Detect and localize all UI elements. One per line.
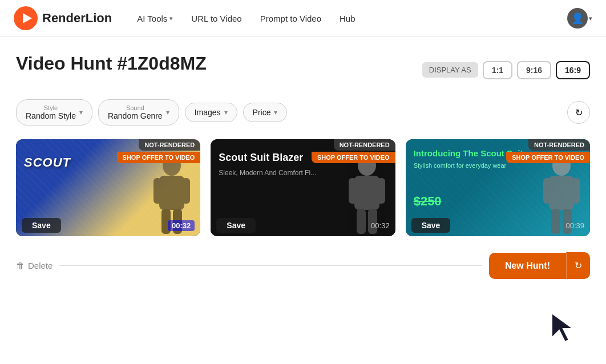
card2-not-rendered-badge: NOT-RENDERED — [334, 139, 395, 151]
cursor-arrow-icon — [549, 310, 577, 345]
sound-chevron-icon: ▾ — [166, 108, 169, 116]
new-hunt-refresh-button[interactable]: ↻ — [566, 252, 590, 279]
card1-bottom: Save 00:32 — [16, 215, 200, 236]
images-filter-label: Images — [195, 108, 221, 117]
video-cards-row: SCOUT NOT-RENDERED SHOP OFFER TO VIDEO S… — [16, 139, 590, 236]
bottom-actions-row: 🗑 Delete New Hunt! ↻ — [16, 252, 590, 279]
card1-shop-offer-badge: SHOP OFFER TO VIDEO — [117, 152, 201, 163]
user-chevron-icon: ▾ — [589, 15, 592, 22]
nav-label-prompt-to-video: Prompt to Video — [260, 14, 321, 23]
user-avatar-button[interactable]: 👤 — [567, 8, 588, 29]
svg-rect-11 — [377, 178, 385, 204]
card2-save-button[interactable]: Save — [216, 218, 256, 233]
logo-icon — [14, 6, 38, 30]
images-chevron-icon: ▾ — [224, 108, 228, 116]
style-chevron-icon: ▾ — [79, 108, 83, 116]
style-filter-button[interactable]: Style Random Style ▾ — [16, 99, 92, 126]
card3-subtitle: Stylish comfort for everyday wear — [414, 162, 507, 169]
cursor-overlay — [549, 310, 577, 347]
nav-label-ai-tools: AI Tools — [137, 14, 167, 23]
display-as-label: DISPLAY AS — [422, 62, 478, 78]
card2-title: Scout Suit Blazer — [219, 152, 303, 164]
refresh-filters-button[interactable]: ↻ — [567, 101, 590, 124]
nav-label-url-to-video: URL to Video — [191, 14, 241, 23]
display-as-controls: DISPLAY AS 1:1 9:16 16:9 — [422, 61, 590, 79]
card2-subtitle: Sleek, Modern And Comfort Fi... — [219, 169, 316, 177]
svg-rect-15 — [549, 176, 574, 210]
style-filter-label: Style — [26, 104, 76, 111]
svg-rect-17 — [572, 178, 580, 204]
images-filter-button[interactable]: Images ▾ — [185, 103, 237, 122]
svg-marker-20 — [552, 313, 573, 342]
nav-item-ai-tools[interactable]: AI Tools ▾ — [130, 10, 180, 27]
new-hunt-refresh-icon: ↻ — [575, 261, 582, 270]
price-filter-button[interactable]: Price ▾ — [243, 103, 288, 122]
ratio-9-16-button[interactable]: 9:16 — [517, 61, 551, 79]
price-chevron-icon: ▾ — [274, 108, 277, 116]
svg-rect-4 — [153, 178, 161, 204]
navbar: RenderLion AI Tools ▾ URL to Video Promp… — [0, 0, 606, 37]
title-row: Video Hunt #1Z0d8MZ DISPLAY AS 1:1 9:16 … — [16, 53, 590, 87]
svg-rect-5 — [182, 178, 190, 204]
sound-filter-label: Sound — [108, 104, 163, 111]
delete-divider-line — [59, 265, 482, 266]
card3-bottom: Save 00:39 — [406, 215, 590, 236]
nav-right: 👤 ▾ — [567, 8, 592, 29]
card2-duration: 00:32 — [371, 221, 390, 230]
delete-label: Delete — [28, 261, 52, 270]
sound-filter-value: Random Genre — [108, 111, 163, 120]
card3-shop-offer-badge: SHOP OFFER TO VIDEO — [506, 152, 590, 163]
card1-scout-text: SCOUT — [24, 155, 71, 170]
page-title: Video Hunt #1Z0d8MZ — [16, 53, 207, 74]
card3-save-button[interactable]: Save — [411, 218, 451, 233]
price-filter-label: Price — [253, 108, 271, 117]
ratio-16-9-button[interactable]: 16:9 — [556, 61, 590, 79]
user-icon: 👤 — [571, 12, 584, 25]
nav-item-url-to-video[interactable]: URL to Video — [184, 10, 248, 27]
card1-duration: 00:32 — [168, 220, 195, 231]
nav-links: AI Tools ▾ URL to Video Prompt to Video … — [130, 10, 549, 27]
video-card-1[interactable]: SCOUT NOT-RENDERED SHOP OFFER TO VIDEO S… — [16, 139, 200, 236]
main-content: Video Hunt #1Z0d8MZ DISPLAY AS 1:1 9:16 … — [0, 37, 606, 290]
card2-bottom: Save 00:32 — [211, 215, 395, 236]
sound-filter-button[interactable]: Sound Random Genre ▾ — [98, 99, 179, 126]
trash-icon: 🗑 — [16, 261, 25, 270]
style-filter-value: Random Style — [26, 111, 76, 120]
logo-text: RenderLion — [42, 11, 112, 26]
card3-price: $250 — [414, 194, 442, 209]
delete-button[interactable]: 🗑 Delete — [16, 261, 52, 270]
video-card-2[interactable]: Scout Suit Blazer Sleek, Modern And Comf… — [211, 139, 395, 236]
svg-rect-10 — [349, 178, 357, 204]
card1-not-rendered-badge: NOT-RENDERED — [139, 139, 200, 151]
nav-item-hub[interactable]: Hub — [333, 10, 362, 27]
nav-label-hub: Hub — [340, 14, 355, 23]
nav-item-prompt-to-video[interactable]: Prompt to Video — [253, 10, 328, 27]
ratio-1-1-button[interactable]: 1:1 — [483, 61, 512, 79]
card3-duration: 00:39 — [565, 221, 584, 230]
card1-save-button[interactable]: Save — [22, 218, 61, 233]
svg-rect-9 — [354, 176, 379, 210]
card3-not-rendered-badge: NOT-RENDERED — [528, 139, 590, 151]
chevron-down-icon: ▾ — [169, 15, 173, 22]
card2-shop-offer-badge: SHOP OFFER TO VIDEO — [312, 152, 395, 163]
filter-row: Style Random Style ▾ Sound Random Genre … — [16, 99, 590, 126]
logo[interactable]: RenderLion — [14, 6, 112, 30]
new-hunt-button[interactable]: New Hunt! — [489, 253, 566, 279]
video-card-3[interactable]: Introducing The Scout Suit Stylish comfo… — [406, 139, 590, 236]
new-hunt-button-group: New Hunt! ↻ — [489, 252, 590, 279]
svg-rect-16 — [543, 178, 551, 204]
refresh-icon: ↻ — [575, 107, 583, 118]
svg-rect-3 — [159, 176, 184, 210]
